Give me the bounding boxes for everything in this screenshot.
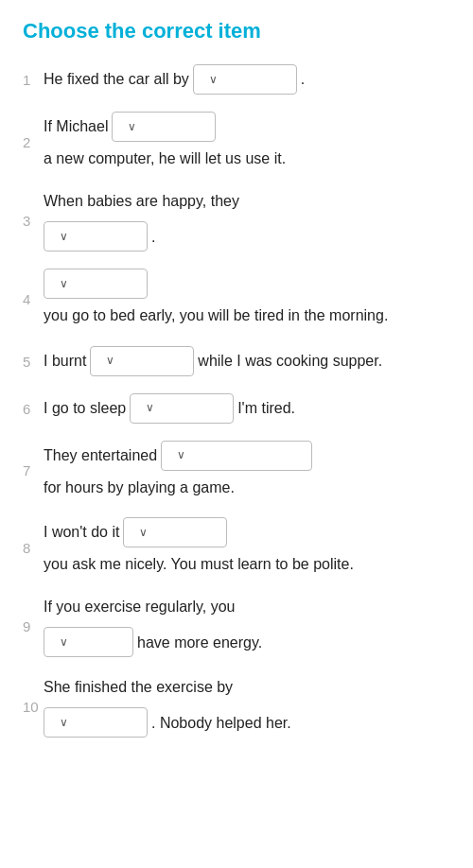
chevron-down-icon: ∨ — [177, 445, 185, 464]
item-number: 1 — [23, 66, 44, 93]
item-text: . — [301, 66, 305, 92]
list-item: 3When babies are happy, they∨. — [23, 188, 450, 252]
item-number: 4 — [23, 286, 44, 312]
list-item: 5I burnt∨while I was cooking supper. — [23, 346, 450, 376]
dropdown-select[interactable]: ∨ — [44, 269, 148, 299]
list-item: 1He fixed the car all by∨. — [23, 64, 450, 95]
chevron-down-icon: ∨ — [60, 227, 68, 246]
item-number: 5 — [23, 348, 44, 374]
item-content: ∨you go to bed early, you will be tired … — [44, 269, 450, 328]
chevron-down-icon: ∨ — [60, 713, 68, 732]
item-text: while I was cooking supper. — [198, 348, 382, 373]
list-item: 6I go to sleep∨I'm tired. — [23, 393, 450, 424]
list-item: 8I won't do it∨you ask me nicely. You mu… — [23, 517, 450, 577]
item-content: When babies are happy, they∨. — [44, 188, 450, 252]
item-text: . — [151, 224, 155, 250]
chevron-down-icon: ∨ — [139, 523, 148, 542]
item-content: She finished the exercise by∨. Nobody he… — [44, 674, 450, 738]
item-text: a new computer, he will let us use it. — [44, 146, 286, 171]
chevron-down-icon: ∨ — [128, 117, 136, 136]
list-item: 10She finished the exercise by∨. Nobody … — [23, 674, 450, 738]
item-text: He fixed the car all by — [44, 66, 189, 92]
dropdown-select[interactable]: ∨ — [44, 707, 148, 738]
dropdown-select[interactable]: ∨ — [130, 393, 234, 424]
item-content: He fixed the car all by∨. — [44, 64, 450, 95]
dropdown-select[interactable]: ∨ — [90, 346, 194, 376]
list-item: 4∨you go to bed early, you will be tired… — [23, 269, 450, 328]
item-text: When babies are happy, they — [44, 188, 239, 214]
list-item: 2If Michael∨a new computer, he will let … — [23, 112, 450, 171]
item-number: 8 — [23, 534, 44, 561]
item-text: . Nobody helped her. — [151, 710, 291, 736]
chevron-down-icon: ∨ — [146, 398, 154, 417]
item-content: I won't do it∨you ask me nicely. You mus… — [44, 517, 450, 577]
item-text: you ask me nicely. You must learn to be … — [44, 551, 354, 577]
item-text: you go to bed early, you will be tired i… — [44, 303, 388, 328]
item-text: I burnt — [44, 348, 86, 373]
item-number: 3 — [23, 207, 44, 234]
chevron-down-icon: ∨ — [60, 633, 68, 651]
item-content: If you exercise regularly, you∨have more… — [44, 594, 450, 657]
item-text: for hours by playing a game. — [44, 475, 235, 500]
page-title: Choose the correct item — [23, 19, 450, 43]
dropdown-select[interactable]: ∨ — [193, 64, 297, 95]
list-item: 7They entertained∨for hours by playing a… — [23, 441, 450, 500]
item-content: I go to sleep∨I'm tired. — [44, 393, 450, 424]
chevron-down-icon: ∨ — [106, 351, 114, 370]
dropdown-select[interactable]: ∨ — [44, 221, 148, 252]
item-number: 2 — [23, 129, 44, 155]
item-content: I burnt∨while I was cooking supper. — [44, 346, 450, 376]
dropdown-select[interactable]: ∨ — [161, 441, 312, 471]
item-content: If Michael∨a new computer, he will let u… — [44, 112, 450, 171]
item-number: 7 — [23, 457, 44, 483]
item-content: They entertained∨for hours by playing a … — [44, 441, 450, 500]
dropdown-select[interactable]: ∨ — [123, 517, 227, 547]
item-text: I won't do it — [44, 519, 119, 545]
item-text: They entertained — [44, 443, 157, 468]
item-number: 6 — [23, 395, 44, 422]
item-text: I'm tired. — [237, 395, 295, 421]
list-item: 9If you exercise regularly, you∨have mor… — [23, 594, 450, 657]
dropdown-select[interactable]: ∨ — [44, 627, 133, 657]
chevron-down-icon: ∨ — [60, 274, 68, 293]
item-text: have more energy. — [137, 630, 262, 655]
item-text: I go to sleep — [44, 395, 126, 421]
item-text: If you exercise regularly, you — [44, 594, 235, 619]
dropdown-select[interactable]: ∨ — [112, 112, 216, 142]
item-text: She finished the exercise by — [44, 674, 233, 700]
item-text: If Michael — [44, 113, 108, 139]
chevron-down-icon: ∨ — [209, 70, 218, 89]
item-number: 9 — [23, 613, 44, 639]
item-number: 10 — [23, 693, 44, 720]
